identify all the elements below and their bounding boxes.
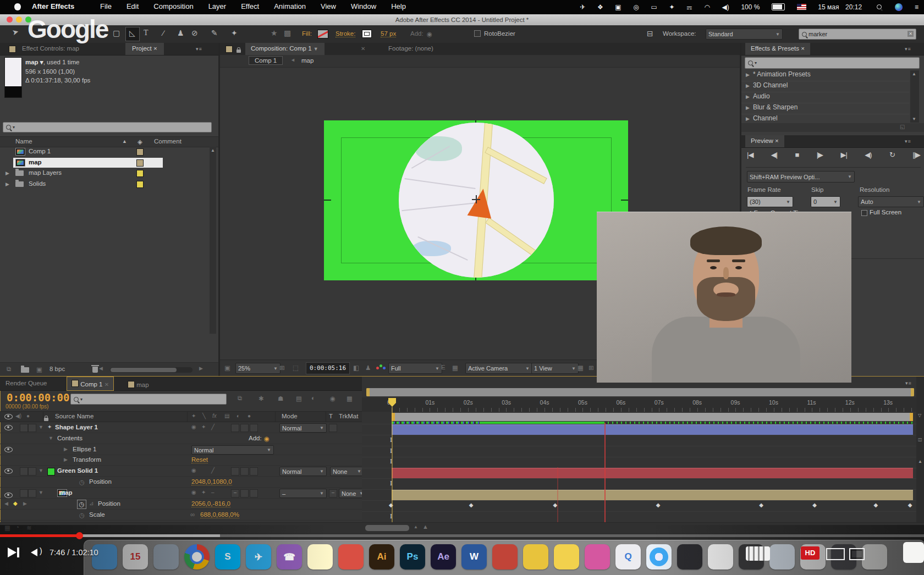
composition-marker-line[interactable] bbox=[604, 423, 606, 522]
add-label[interactable]: Add: bbox=[410, 30, 424, 37]
star-toggle-icon[interactable]: ★ bbox=[271, 29, 278, 37]
spotlight-search-icon[interactable] bbox=[874, 3, 883, 11]
layer-row-green-solid[interactable]: ▼ Green Solid 1 ◉╱ Normal▼ None▼ bbox=[0, 466, 362, 477]
youtube-progress-bar[interactable] bbox=[0, 534, 924, 537]
stopwatch-icon[interactable]: ◷ bbox=[79, 478, 85, 486]
property-name[interactable]: Position bbox=[98, 500, 120, 507]
stroke-width-value[interactable]: 57 px bbox=[381, 30, 396, 37]
expand-icon[interactable]: ▼ bbox=[38, 424, 43, 430]
new-composition-icon[interactable]: ▣ bbox=[36, 366, 42, 373]
blend-mode-dropdown[interactable]: –▼ bbox=[279, 489, 327, 498]
siri-menu-icon[interactable] bbox=[895, 3, 903, 11]
full-screen-checkbox[interactable] bbox=[861, 210, 867, 216]
dock-icon-pink-app[interactable] bbox=[585, 544, 610, 570]
property-row-gs-position[interactable]: ◷ Position 2048,0,1080,0 bbox=[0, 477, 362, 488]
dock-icon-skype[interactable]: S bbox=[215, 544, 240, 570]
toolbar-search-input[interactable]: marker ✕ bbox=[799, 29, 916, 40]
display-menu-icon[interactable]: ▭ bbox=[651, 3, 657, 11]
solo-column-icon[interactable]: ● bbox=[26, 413, 30, 419]
dock-icon-final-cut[interactable] bbox=[677, 544, 702, 570]
grid-options-icon[interactable]: ▦ bbox=[578, 364, 584, 372]
loop-button[interactable]: ↻ bbox=[889, 151, 895, 164]
snapshot-camera-icon[interactable]: ◧ bbox=[353, 364, 359, 372]
close-window-button[interactable] bbox=[7, 16, 13, 23]
layer-row-transform[interactable]: ▶ Transform Reset bbox=[0, 455, 362, 466]
dock-icon-viber[interactable]: ☎ bbox=[277, 544, 302, 570]
puppet-pin-tool-icon[interactable]: ✦ bbox=[231, 29, 238, 37]
ram-preview-button[interactable]: ||▶ bbox=[912, 151, 920, 164]
project-hscrollbar[interactable] bbox=[110, 367, 193, 373]
screenshot-menu-icon[interactable]: ▣ bbox=[615, 3, 621, 11]
expand-icon[interactable]: ▶ bbox=[64, 446, 68, 452]
project-item-comp-1[interactable]: Comp 1 bbox=[0, 147, 218, 158]
effects-category-audio[interactable]: ▶Audio bbox=[741, 92, 909, 103]
layer-row-map[interactable]: ▼ map ◉✦– – –▼ – None▼ bbox=[0, 488, 362, 499]
frame-blending-icon[interactable]: ◐ bbox=[311, 395, 315, 401]
text-tool-icon[interactable]: T bbox=[144, 29, 148, 37]
panel-group-swatch[interactable] bbox=[9, 46, 16, 53]
notification-center-icon[interactable]: ≡ bbox=[915, 3, 919, 11]
view-layout-dropdown[interactable]: 1 View▼ bbox=[531, 363, 579, 374]
add-property-icon[interactable]: ◉ bbox=[264, 435, 270, 443]
scroll-left-icon[interactable]: ◀ bbox=[99, 366, 103, 371]
preview-resolution-dropdown[interactable]: Auto▼ bbox=[858, 196, 924, 207]
volume-menu-icon[interactable]: ◀) bbox=[722, 3, 729, 11]
previous-frame-button[interactable]: ◀| bbox=[771, 151, 777, 164]
zoom-out-mountain-icon[interactable]: ▲ bbox=[414, 524, 418, 529]
color-depth-button[interactable]: 8 bpc bbox=[50, 366, 65, 372]
audio-menu-icon[interactable]: ⚎ bbox=[686, 3, 692, 11]
eye-icon[interactable] bbox=[4, 425, 13, 430]
panel-menu-icon[interactable]: ▾≡ bbox=[196, 46, 202, 52]
zoom-window-button[interactable] bbox=[25, 16, 31, 23]
column-mode[interactable]: Mode bbox=[282, 413, 298, 419]
sort-arrow-icon[interactable]: ▲ bbox=[122, 139, 127, 144]
tab-composition[interactable]: Composition: Comp 1 ▼ bbox=[245, 43, 324, 55]
hd-quality-badge[interactable]: HD bbox=[801, 546, 820, 560]
dock-icon-after-effects[interactable]: Ae bbox=[431, 544, 456, 570]
current-timecode[interactable]: 0:00:00:00 bbox=[7, 391, 69, 403]
selection-tool-icon[interactable]: ➤ bbox=[11, 27, 19, 37]
tab-render-queue[interactable]: Render Queue bbox=[6, 380, 47, 386]
ram-preview-options-dropdown[interactable]: Shift+RAM Preview Opti...▼ bbox=[747, 171, 855, 183]
tab-effects-presets[interactable]: Effects & Presets × bbox=[745, 43, 810, 55]
play-next-icon[interactable] bbox=[8, 548, 16, 557]
add-keyframe-icon[interactable]: ◆ bbox=[13, 500, 18, 506]
eye-icon[interactable] bbox=[4, 493, 13, 498]
property-value[interactable]: 2048,0,1080,0 bbox=[191, 478, 232, 485]
timeline-vscrollbar[interactable]: ▽ ◫ ▲ bbox=[916, 377, 924, 522]
always-preview-icon[interactable]: ▣ bbox=[224, 364, 230, 372]
dock-icon-quicktime[interactable]: Q bbox=[615, 544, 641, 570]
input-language-flag-icon[interactable] bbox=[797, 4, 806, 10]
minimize-window-button[interactable] bbox=[16, 16, 22, 23]
volume-icon[interactable] bbox=[31, 549, 37, 556]
eye-icon[interactable] bbox=[4, 468, 13, 474]
lock-icon[interactable] bbox=[237, 49, 241, 53]
skip-dropdown[interactable]: 0▼ bbox=[811, 196, 840, 207]
close-tab-icon[interactable]: ✕ bbox=[361, 46, 365, 52]
project-scrollbar[interactable]: ▲ bbox=[210, 147, 216, 334]
camera-dropdown[interactable]: Active Camera▼ bbox=[465, 363, 532, 374]
expand-inout-icon[interactable]: ≋ bbox=[26, 524, 32, 532]
menu-edit[interactable]: Edit bbox=[127, 2, 139, 10]
footage-name[interactable]: map ▾ bbox=[25, 59, 43, 65]
workspace-dropdown[interactable]: Standard▼ bbox=[706, 29, 783, 40]
theater-mode-icon[interactable] bbox=[826, 548, 845, 560]
delete-item-trash-icon[interactable] bbox=[92, 367, 98, 373]
group-name[interactable]: Contents bbox=[57, 435, 82, 441]
ellipse-map-mask[interactable] bbox=[399, 123, 554, 278]
shape-tool-icon[interactable]: ▢ bbox=[113, 29, 120, 37]
menu-layer[interactable]: Layer bbox=[208, 2, 227, 10]
frame-rate-dropdown[interactable]: (30)▼ bbox=[747, 196, 793, 207]
project-item-solids[interactable]: ▶Solids bbox=[0, 179, 218, 190]
pen-tool-selected-box[interactable]: ◺ bbox=[125, 27, 140, 41]
wifi-menu-icon[interactable]: ◠ bbox=[704, 3, 710, 11]
live-update-icon[interactable]: ✱ bbox=[258, 395, 264, 402]
shape-layer-duration-bar[interactable] bbox=[392, 424, 913, 435]
group-name[interactable]: Transform bbox=[73, 456, 101, 463]
dock-icon-chrome[interactable] bbox=[184, 544, 210, 570]
show-channel-blue-icon[interactable] bbox=[383, 367, 386, 369]
property-value[interactable]: 2056,0,-816,0 bbox=[191, 500, 230, 507]
label-column-tag-icon[interactable]: ◈ bbox=[138, 138, 142, 146]
effects-category-3d-channel[interactable]: ▶3D Channel bbox=[741, 81, 909, 92]
menu-effect[interactable]: Effect bbox=[241, 2, 259, 10]
